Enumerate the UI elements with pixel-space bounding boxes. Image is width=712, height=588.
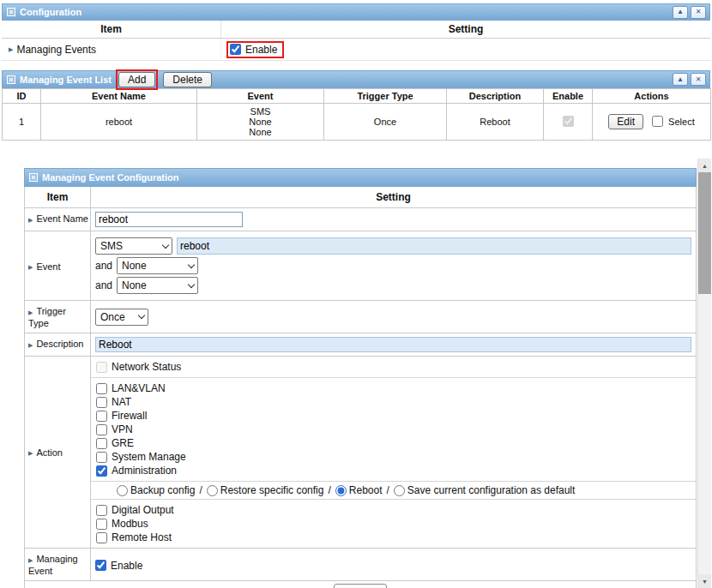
trigger-type-setting-cell: Once	[91, 301, 696, 333]
event-and1-select[interactable]: None	[117, 257, 198, 274]
section-icon	[7, 75, 15, 84]
configuration-title: Configuration	[20, 7, 81, 17]
action-digital-output-label: Digital Output	[112, 504, 174, 516]
action-item-cell: ▶Action	[25, 357, 91, 548]
enable-label: Enable	[245, 44, 277, 56]
action-checkbox-group: LAN&VLAN NAT Firewall VPN GRE System Man…	[91, 378, 696, 482]
cell-id: 1	[3, 104, 41, 141]
scrollbar-thumb[interactable]	[698, 172, 711, 294]
col-id: ID	[3, 89, 41, 104]
managing-event-enable-label: Enable	[111, 560, 142, 572]
row-enable-checkbox	[563, 116, 574, 127]
action-gre-label: GRE	[112, 437, 134, 449]
add-button[interactable]: Add	[118, 72, 155, 87]
action-modbus-label: Modbus	[112, 518, 148, 530]
event-line-3: None	[199, 127, 322, 137]
close-icon: ✕	[696, 9, 702, 15]
administration-options-subrow: Backup config / Restore specific config …	[91, 482, 696, 500]
column-header-item: Item	[2, 21, 221, 38]
trigger-type-row: ▶Trigger Type Once	[25, 301, 696, 333]
separator: /	[199, 484, 202, 496]
event-config-table: Item Setting ▶Event Name ▶Event SMS	[24, 187, 697, 588]
configuration-section: Configuration ▲ ✕ Item Setting ▶ Managin…	[2, 3, 710, 61]
event-list-title: Managing Event List	[20, 75, 112, 85]
collapse-button[interactable]: ▲	[673, 73, 688, 86]
action-vpn-label: VPN	[112, 423, 133, 435]
action-system-manage-checkbox[interactable]	[96, 452, 107, 463]
event-and2-value: None	[122, 279, 147, 291]
action-label: Action	[36, 447, 63, 459]
edit-button[interactable]: Edit	[608, 114, 643, 129]
managing-events-enable-checkbox[interactable]	[230, 44, 241, 55]
action-lanvlan-checkbox[interactable]	[96, 383, 107, 394]
configuration-table-header: Item Setting	[2, 21, 710, 39]
managing-event-list-section: Managing Event List Add Delete ▲ ✕ ID Ev…	[2, 70, 710, 141]
action-firewall-checkbox[interactable]	[96, 411, 107, 422]
trigger-type-label: Trigger Type	[28, 306, 66, 328]
scrollbar-down-button[interactable]: ▼	[698, 574, 711, 588]
close-button[interactable]: ✕	[691, 6, 706, 19]
event-name-label: Event Name	[36, 213, 88, 224]
section-icon	[29, 173, 38, 182]
trigger-type-select[interactable]: Once	[95, 309, 148, 326]
col-enable: Enable	[544, 89, 593, 104]
cell-actions: Edit Select	[593, 104, 711, 141]
description-input[interactable]	[95, 337, 691, 352]
action-firewall-label: Firewall	[112, 410, 147, 422]
cell-enable	[544, 104, 593, 141]
event-name-input[interactable]	[95, 212, 243, 227]
event-name-setting-cell	[91, 208, 696, 231]
delete-button[interactable]: Delete	[163, 72, 212, 87]
vertical-scrollbar[interactable]: ▲ ▼	[697, 159, 711, 588]
row-select-checkbox[interactable]	[652, 116, 663, 127]
collapse-button[interactable]: ▲	[673, 6, 688, 19]
highlight-box-add: Add	[116, 69, 158, 90]
action-modbus-checkbox[interactable]	[96, 519, 107, 530]
radio-backup-config[interactable]	[117, 485, 128, 496]
action-vpn-checkbox[interactable]	[96, 424, 107, 435]
triangle-icon: ▶	[28, 309, 33, 315]
collapse-icon: ▲	[677, 9, 684, 15]
column-header-setting: Setting	[91, 187, 696, 207]
triangle-icon: ▶	[28, 261, 33, 273]
radio-restore-specific-config[interactable]	[207, 485, 218, 496]
event-name-item-cell: ▶Event Name	[25, 208, 91, 231]
action-remote-host-checkbox[interactable]	[96, 532, 107, 543]
configuration-header-bar: Configuration ▲ ✕	[2, 3, 710, 21]
close-icon: ✕	[696, 76, 702, 83]
triangle-icon: ▶	[28, 447, 33, 459]
managing-events-row: ▶ Managing Events Enable	[2, 39, 710, 61]
action-digital-output-checkbox[interactable]	[96, 505, 107, 516]
chevron-down-icon	[162, 241, 169, 248]
action-lanvlan-label: LAN&VLAN	[112, 382, 166, 394]
radio-save-default[interactable]	[394, 485, 405, 496]
event-and2-select[interactable]: None	[117, 277, 198, 294]
managing-event-row: ▶Managing Event Enable	[25, 549, 696, 581]
scrollbar-track[interactable]	[698, 294, 711, 574]
event-condition-3: and None	[95, 277, 691, 294]
network-status-subrow: Network Status	[91, 357, 696, 378]
action-checkbox-group-2: Digital Output Modbus Remote Host	[91, 500, 696, 548]
scrollbar-up-button[interactable]: ▲	[698, 159, 711, 172]
col-actions: Actions	[593, 89, 711, 104]
event-label: Event	[36, 261, 60, 273]
col-description: Description	[447, 89, 544, 104]
radio-save-default-label: Save current configuration as default	[407, 484, 575, 496]
event-and1-value: None	[122, 260, 147, 272]
event-text-input[interactable]	[177, 237, 691, 255]
column-header-item: Item	[25, 187, 91, 207]
action-nat-checkbox[interactable]	[96, 397, 107, 408]
table-row: 1 reboot SMS None None Once Reboot Edit	[3, 104, 711, 141]
cell-event: SMS None None	[197, 104, 324, 141]
event-type-select[interactable]: SMS	[95, 237, 172, 255]
radio-reboot[interactable]	[335, 485, 347, 496]
action-gre-checkbox[interactable]	[96, 438, 107, 449]
chevron-down-icon	[138, 312, 145, 319]
managing-event-enable-checkbox[interactable]	[95, 560, 106, 571]
save-button[interactable]: Save	[334, 584, 386, 588]
section-icon	[7, 8, 15, 16]
action-administration-checkbox[interactable]	[96, 465, 107, 477]
cell-description: Reboot	[447, 104, 544, 141]
close-button[interactable]: ✕	[691, 73, 706, 86]
description-item-cell: ▶Description	[25, 333, 91, 356]
